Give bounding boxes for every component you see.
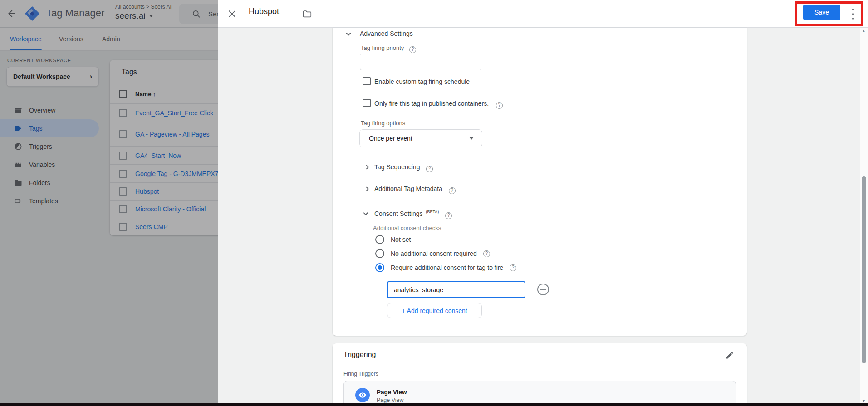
chevron-down-icon[interactable] [363,210,369,217]
page-view-trigger-icon [355,388,370,402]
scrollbar[interactable] [860,28,868,406]
triggering-heading: Triggering [343,351,376,359]
trigger-row-page-view[interactable]: Page View Page View [343,381,736,406]
additional-tag-metadata-heading[interactable]: Additional Tag Metadata [374,185,456,194]
tag-configuration-card: Advanced Settings Tag firing priority En… [333,28,747,336]
beta-badge: (BETA) [426,210,439,214]
help-icon[interactable] [496,102,503,109]
published-containers-checkbox[interactable] [363,99,371,107]
advanced-settings-heading[interactable]: Advanced Settings [360,30,413,37]
help-icon[interactable] [445,212,452,219]
save-button[interactable]: Save [803,5,840,20]
consent-settings-heading[interactable]: Consent Settings (BETA) [374,210,452,219]
help-icon[interactable] [510,264,516,271]
more-options-icon[interactable] [849,8,857,20]
tag-name-field[interactable]: Hubspot [249,7,294,19]
published-containers-label: Only fire this tag in published containe… [374,100,503,109]
chevron-down-icon[interactable] [345,31,352,37]
remove-consent-icon[interactable] [537,284,549,295]
triggering-card: Triggering Firing Triggers Page View Pag… [333,343,747,406]
scroll-up-icon[interactable] [862,29,866,33]
required-consent-input[interactable]: analytics_storage [387,281,525,298]
chevron-right-icon[interactable] [364,186,370,192]
text-cursor [444,286,444,293]
scroll-down-icon[interactable] [862,399,866,403]
radio-option-require-additional-consent[interactable]: Require additional consent for tag to fi… [375,263,516,273]
editor-body: Advanced Settings Tag firing priority En… [218,28,868,406]
radio-icon[interactable] [375,249,384,258]
radio-option-no-additional-consent[interactable]: No additional consent required [375,249,490,259]
editor-header: Hubspot Save [218,0,868,28]
gtm-screen: Tag Manager All accounts > Seers AI seer… [0,0,868,406]
chevron-right-icon[interactable] [364,164,370,170]
tag-firing-priority-input[interactable] [360,54,481,70]
radio-icon[interactable] [375,235,384,244]
edit-pencil-icon[interactable] [725,351,734,360]
tag-firing-priority-label: Tag firing priority [361,44,416,53]
modal-dim-overlay [0,0,218,406]
custom-schedule-label: Enable custom tag firing schedule [374,78,470,85]
trigger-type: Page View [377,397,404,403]
dropdown-caret-icon [469,137,474,140]
tag-firing-options-select[interactable]: Once per event [359,129,482,147]
screen-edge-bar [0,403,868,406]
tag-editor-modal: Hubspot Save Advanced Settings Tag firin… [218,0,868,406]
folder-icon[interactable] [302,9,312,19]
firing-triggers-label: Firing Triggers [343,371,378,377]
help-icon[interactable] [449,187,456,194]
add-required-consent-button[interactable]: + Add required consent [387,303,482,318]
custom-schedule-checkbox[interactable] [363,77,371,85]
radio-option-not-set[interactable]: Not set [375,235,411,245]
additional-consent-checks-label: Additional consent checks [373,225,441,231]
trigger-name: Page View [377,389,407,396]
scrollbar-thumb[interactable] [862,176,866,363]
help-icon[interactable] [483,250,490,257]
tag-sequencing-heading[interactable]: Tag Sequencing [374,163,433,172]
selected-option: Once per event [369,135,412,142]
tag-firing-options-label: Tag firing options [361,120,405,127]
help-icon[interactable] [426,166,433,172]
help-icon[interactable] [409,46,416,53]
close-icon[interactable] [227,9,237,19]
radio-selected-icon[interactable] [375,263,384,272]
